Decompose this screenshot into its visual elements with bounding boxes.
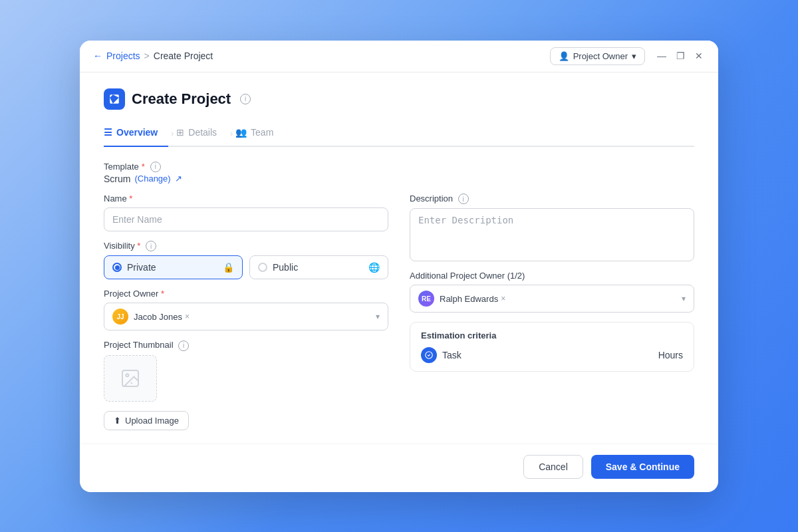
name-input[interactable] — [104, 207, 388, 231]
name-label: Name * — [104, 194, 388, 203]
template-label: Template * i — [104, 162, 694, 172]
template-scrum-value: Scrum — [104, 174, 130, 184]
estimation-title: Estimation criteria — [421, 331, 683, 340]
private-label: Private — [127, 262, 156, 273]
step-sep-1: › — [171, 129, 174, 138]
hours-label: Hours — [658, 350, 683, 360]
ralph-remove-icon[interactable]: × — [501, 294, 505, 303]
main-window: ← Projects > Create Project 👤 Project Ow… — [80, 41, 718, 492]
svg-point-1 — [126, 374, 128, 376]
step-overview[interactable]: ☰ Overview — [104, 122, 168, 146]
thumbnail-label-text: Project Thumbnail — [104, 340, 174, 350]
description-label-text: Description — [410, 194, 453, 203]
thumbnail-area[interactable] — [104, 355, 157, 402]
step-sep-2: › — [230, 129, 233, 138]
right-column: Description i Additional Project Owner (… — [410, 194, 694, 430]
project-owner-label: Project Owner * — [104, 289, 388, 299]
visibility-group: Visibility * i Private 🔒 Public — [104, 241, 388, 280]
additional-owner-label: Additional Project Owner (1/2) — [410, 271, 694, 281]
step-details[interactable]: ⊞ Details — [176, 122, 227, 146]
public-radio — [258, 263, 267, 272]
project-owner-group: Project Owner * JJ Jacob Jones × ▾ — [104, 289, 388, 331]
save-continue-button[interactable]: Save & Continue — [591, 455, 694, 479]
template-value: Scrum (Change) ↗ — [104, 174, 694, 184]
visibility-required: * — [137, 241, 140, 251]
thumbnail-info-icon[interactable]: i — [178, 340, 189, 351]
additional-owner-group: Additional Project Owner (1/2) RE Ralph … — [410, 271, 694, 313]
jacob-name: Jacob Jones — [134, 312, 182, 322]
task-icon — [421, 347, 437, 363]
jacob-remove-icon[interactable]: × — [185, 312, 190, 321]
restore-button[interactable]: ❐ — [674, 50, 686, 62]
thumbnail-label: Project Thumbnail i — [104, 340, 388, 351]
owner-chevron-icon: ▾ — [376, 312, 380, 321]
description-group: Description i — [410, 194, 694, 262]
overview-label: Overview — [116, 127, 158, 138]
page-icon — [104, 88, 125, 110]
breadcrumb-separator: > — [144, 51, 150, 61]
estimation-box: Estimation criteria Task Hours — [410, 322, 694, 372]
template-change-link[interactable]: (Change) — [134, 174, 170, 184]
form-grid: Name * Visibility * i Priva — [104, 194, 694, 430]
step-team[interactable]: 👥 Team — [235, 122, 284, 146]
additional-owner-select[interactable]: RE Ralph Edwards × ▾ — [410, 285, 694, 313]
user-icon: 👤 — [559, 51, 569, 61]
steps-nav: ☰ Overview › ⊞ Details › 👥 Team — [104, 122, 694, 147]
breadcrumb-current-page: Create Project — [154, 51, 213, 61]
globe-icon: 🌐 — [368, 262, 380, 273]
left-column: Name * Visibility * i Priva — [104, 194, 388, 430]
minimize-button[interactable]: — — [656, 50, 668, 62]
lock-icon: 🔒 — [223, 262, 234, 273]
template-info-icon[interactable]: i — [150, 162, 161, 172]
visibility-public-option[interactable]: Public 🌐 — [249, 255, 388, 279]
description-info-icon[interactable]: i — [458, 194, 469, 204]
breadcrumb-projects-link[interactable]: Projects — [106, 51, 140, 61]
project-owner-select[interactable]: JJ Jacob Jones × ▾ — [104, 303, 388, 331]
project-owner-label-text: Project Owner — [104, 289, 158, 299]
back-icon[interactable]: ← — [93, 51, 102, 61]
breadcrumb: ← Projects > Create Project — [93, 51, 545, 61]
page-header: Create Project i — [104, 88, 694, 110]
overview-icon: ☰ — [104, 127, 112, 138]
owner-required: * — [161, 289, 164, 299]
ralph-name: Ralph Edwards — [440, 294, 498, 304]
description-textarea[interactable] — [410, 208, 694, 261]
upload-icon: ⬆ — [114, 416, 121, 426]
task-row: Task — [421, 347, 462, 363]
visibility-label-text: Visibility — [104, 241, 135, 251]
page-title: Create Project — [132, 90, 231, 108]
ralph-avatar: RE — [418, 291, 434, 307]
chevron-down-icon: ▾ — [632, 51, 636, 61]
jacob-tag: Jacob Jones × — [134, 312, 190, 322]
description-label: Description i — [410, 194, 694, 205]
window-controls: — ❐ ✕ — [656, 50, 705, 62]
team-label: Team — [251, 127, 273, 138]
name-required: * — [129, 194, 132, 203]
template-ext-icon[interactable]: ↗ — [175, 174, 182, 184]
project-owner-button[interactable]: 👤 Project Owner ▾ — [550, 47, 645, 65]
template-label-text: Template — [104, 162, 139, 172]
visibility-private-option[interactable]: Private 🔒 — [104, 255, 243, 279]
estimation-row: Task Hours — [421, 347, 683, 363]
cancel-button[interactable]: Cancel — [523, 455, 583, 479]
visibility-options: Private 🔒 Public 🌐 — [104, 255, 388, 279]
page-info-icon[interactable]: i — [240, 94, 251, 104]
footer: Cancel Save & Continue — [80, 444, 718, 492]
visibility-info-icon[interactable]: i — [146, 241, 156, 251]
details-label: Details — [188, 127, 217, 138]
upload-label: Upload Image — [125, 416, 179, 426]
details-icon: ⊞ — [176, 127, 184, 138]
jacob-avatar: JJ — [112, 309, 128, 325]
thumbnail-group: Project Thumbnail i ⬆ Upload Image — [104, 340, 388, 430]
upload-image-button[interactable]: ⬆ Upload Image — [104, 411, 189, 430]
title-bar-actions: 👤 Project Owner ▾ — ❐ ✕ — [550, 47, 705, 65]
additional-owner-chevron-icon: ▾ — [682, 294, 686, 303]
public-label: Public — [273, 262, 298, 273]
close-button[interactable]: ✕ — [693, 50, 705, 62]
task-label: Task — [442, 350, 462, 360]
content-area: Create Project i ☰ Overview › ⊞ Details … — [80, 72, 718, 444]
template-required: * — [142, 162, 145, 172]
ralph-tag: Ralph Edwards × — [440, 294, 505, 304]
project-owner-label: Project Owner — [573, 51, 628, 61]
ralph-content: RE Ralph Edwards × — [418, 291, 676, 307]
